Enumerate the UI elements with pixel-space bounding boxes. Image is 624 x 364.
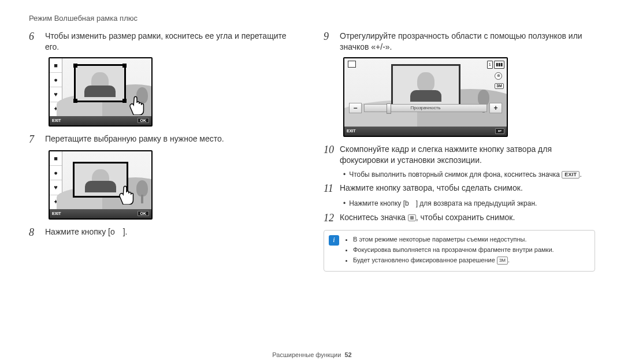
- info-item: Будет установлено фиксированное разрешен…: [353, 256, 589, 265]
- minus-button[interactable]: −: [349, 103, 362, 113]
- step-number-12: 12: [324, 212, 340, 224]
- toolbar-icon-circle: ●: [50, 73, 62, 87]
- toolbar-icon-circle: ●: [50, 166, 62, 180]
- camera-screenshot-move: ■ ● ♥ ✦ EXIT OK: [49, 150, 153, 220]
- camera-screenshot-resize: ■ ● ♥ ✦ EXIT: [49, 57, 153, 127]
- battery-icon: ▮▮▮: [494, 61, 504, 69]
- step-text-12: Коснитесь значка , чтобы сохранить снимо…: [340, 212, 515, 224]
- info-note-box: i В этом режиме некоторые параметры съем…: [324, 230, 595, 272]
- exit-label: EXIT: [52, 211, 61, 216]
- resolution-badge: 3M: [497, 257, 508, 265]
- step-number-7: 7: [29, 133, 45, 146]
- step-11-bullet: Нажмите кнопку [b ] для возврата на пред…: [349, 199, 537, 209]
- section-title: Режим Волшебная рамка плюс: [29, 14, 595, 23]
- step-text-8: Нажмите кнопку [o ].: [45, 226, 128, 239]
- step-text-10: Скомпонуйте кадр и слегка нажмите кнопку…: [340, 144, 595, 166]
- exit-keycap-icon: EXIT: [562, 171, 580, 179]
- back-icon: ↩: [495, 128, 504, 134]
- flash-icon: ⊕: [495, 72, 502, 80]
- step-number-10: 10: [324, 144, 340, 166]
- slider-label: Прозрачность: [365, 105, 486, 112]
- step-number-8: 8: [29, 226, 45, 239]
- info-item: Фокусировка выполняется на прозрачном фр…: [353, 246, 589, 255]
- step-text-9: Отрегулируйте прозрачность области с пом…: [340, 31, 595, 53]
- page-footer: Расширенные функции 52: [0, 351, 624, 358]
- hand-icon: [112, 177, 140, 205]
- step-text-11: Нажмите кнопку затвора, чтобы сделать сн…: [340, 183, 523, 195]
- transparency-slider[interactable]: Прозрачность: [364, 104, 487, 112]
- step-number-11: 11: [324, 183, 340, 195]
- toolbar-icon-square: ■: [50, 58, 62, 73]
- step-number-9: 9: [324, 31, 340, 53]
- exit-label: EXIT: [347, 129, 356, 133]
- ok-label: OK: [138, 118, 150, 123]
- plus-button[interactable]: +: [489, 103, 502, 113]
- exit-label: EXIT: [52, 118, 61, 122]
- step-number-6: 6: [29, 31, 45, 53]
- step-10-bullet: Чтобы выполнить повторный снимок для фон…: [349, 170, 560, 179]
- step-text-7: Перетащите выбранную рамку в нужное мест…: [45, 133, 224, 146]
- camera-screenshot-transparency: 1▮▮▮ ⊕ 3M − Прозрачность +: [343, 57, 508, 137]
- mode-icon: [348, 61, 356, 68]
- info-item: В этом режиме некоторые параметры съемки…: [353, 235, 589, 244]
- save-icon: [408, 214, 416, 221]
- counter-badge: 1: [487, 61, 493, 69]
- hand-icon: [122, 87, 150, 115]
- ok-label: OK: [138, 211, 150, 216]
- resolution-icon: 3M: [495, 83, 504, 89]
- step-text-6: Чтобы изменить размер рамки, коснитесь е…: [45, 31, 300, 53]
- info-icon: i: [329, 235, 339, 246]
- toolbar-icon-square: ■: [50, 151, 62, 166]
